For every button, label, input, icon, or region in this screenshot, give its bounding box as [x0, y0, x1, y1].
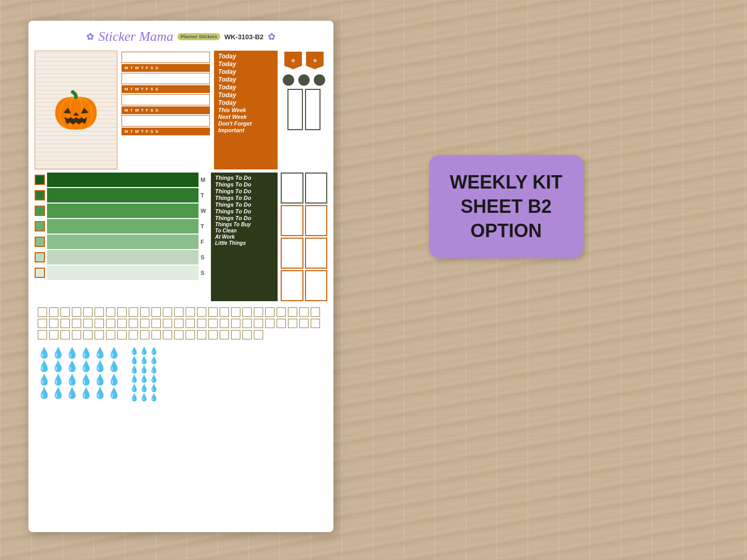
day-letter-m: M	[201, 177, 208, 183]
drop: 💧	[66, 374, 79, 386]
drop: 💧	[52, 347, 65, 359]
day-bar-th	[47, 219, 199, 234]
day-row-s1: S	[35, 250, 208, 265]
day-bar-s2	[47, 266, 199, 280]
at-work: At Work	[215, 234, 273, 240]
small-drop: 💧	[149, 347, 158, 355]
cb	[117, 319, 127, 328]
day-checkbox-s2	[35, 268, 45, 278]
cb	[174, 307, 184, 317]
cb	[49, 330, 58, 339]
cb	[242, 307, 252, 317]
cb	[117, 330, 127, 339]
sheet-code: WK-3103-B2	[224, 33, 264, 41]
week-blank-2	[121, 73, 210, 84]
flower-right-icon: ✿	[268, 31, 276, 42]
cb	[95, 307, 104, 317]
drop: 💧	[108, 374, 120, 386]
cb	[197, 330, 206, 339]
cb	[208, 307, 218, 317]
cb	[208, 330, 218, 339]
dot-2	[298, 74, 310, 86]
today-5: Today	[218, 84, 273, 91]
tall-rect-1	[287, 89, 303, 130]
cb	[49, 307, 58, 317]
cb	[163, 319, 172, 328]
cb	[265, 319, 275, 328]
day-row-f: F	[35, 235, 208, 249]
drop: 💧	[38, 374, 51, 386]
small-drop: 💧	[140, 393, 148, 401]
dot-row	[282, 74, 326, 86]
day-checkbox-m	[35, 175, 45, 185]
cb	[140, 319, 149, 328]
drop: 💧	[66, 360, 79, 372]
tall-rect-2	[305, 89, 321, 130]
cb	[288, 319, 297, 328]
week-blank-4	[121, 115, 210, 127]
drop: 💧	[108, 347, 120, 359]
drop: 💧	[80, 347, 93, 359]
drop: 💧	[80, 360, 93, 372]
rect-orange-6	[305, 270, 328, 301]
cb	[83, 330, 93, 339]
rect-orange-1	[281, 205, 303, 236]
day-checkbox-f	[35, 237, 45, 247]
small-drop: 💧	[149, 393, 158, 401]
cb	[174, 330, 184, 339]
cb	[106, 330, 115, 339]
small-drop: 💧	[130, 375, 139, 383]
cb	[299, 307, 309, 317]
cb	[277, 319, 286, 328]
day-labels-col: M T W T F	[35, 173, 208, 301]
cb	[311, 319, 320, 328]
day-checkbox-th	[35, 221, 45, 231]
rect-orange-4	[305, 238, 328, 269]
today-1: Today	[218, 53, 273, 60]
small-drops-container: 💧 💧 💧 💧 💧 💧 💧 💧 💧 💧 💧 💧 💧 💧 💧 💧 💧 💧	[130, 347, 158, 401]
todo-3: Things To Do	[215, 188, 273, 194]
rect-olive-1	[281, 173, 303, 204]
small-drop: 💧	[140, 375, 148, 383]
today-2: Today	[218, 60, 273, 68]
day-row-m: M	[35, 173, 208, 187]
rect-olive-2	[305, 173, 328, 204]
small-drop: 💧	[140, 384, 148, 392]
cb	[140, 330, 149, 339]
drop: 💧	[52, 387, 65, 399]
weekly-kit-line1: WEEKLY KIT	[450, 170, 562, 195]
today-column: Today Today Today Today Today Today Toda…	[214, 51, 278, 169]
cb	[83, 307, 93, 317]
drop: 💧	[94, 347, 106, 359]
to-clean: To Clean	[215, 228, 273, 234]
today-6: Today	[218, 91, 273, 99]
cb	[117, 307, 127, 317]
flower-left-icon: ✿	[86, 31, 94, 42]
drop: 💧	[94, 360, 106, 372]
cb	[72, 307, 81, 317]
checkbox-grid	[35, 304, 327, 343]
rect-pair-orange-1	[281, 205, 327, 236]
middle-block: M T W T F	[35, 173, 327, 301]
small-drop: 💧	[130, 393, 139, 401]
rect-orange-2	[305, 205, 328, 236]
small-drop: 💧	[149, 356, 158, 364]
small-drop: 💧	[130, 347, 139, 355]
pumpkin-box: 🎃	[35, 51, 117, 169]
planner-badge: Planner Stickers	[177, 33, 220, 40]
day-checkbox-w	[35, 206, 45, 216]
day-letter-s2: S	[201, 270, 208, 276]
cb	[129, 319, 138, 328]
top-section: 🎃 M T W T F S S M T W T F S S M T W T F …	[35, 51, 327, 169]
weekly-kit-line2: SHEET B2	[450, 195, 562, 219]
mtwtfss-bar-4: M T W T F S S	[121, 128, 210, 135]
small-drop: 💧	[140, 347, 148, 355]
cb	[197, 307, 206, 317]
cb	[83, 319, 93, 328]
cb	[60, 319, 70, 328]
cb	[265, 307, 275, 317]
cb	[231, 319, 240, 328]
drop: 💧	[66, 347, 79, 359]
small-drop: 💧	[130, 356, 139, 364]
important-label: Important	[218, 127, 273, 133]
